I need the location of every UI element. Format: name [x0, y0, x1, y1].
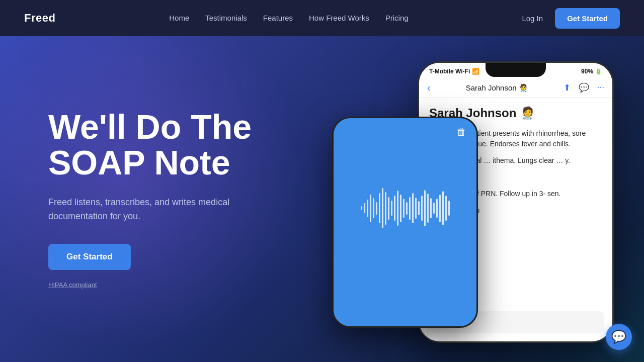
status-right: 90% 🔋: [581, 68, 602, 75]
wave-bar: [424, 190, 426, 226]
nav-login[interactable]: Log In: [522, 14, 543, 23]
wave-bar: [394, 196, 395, 221]
logo: Freed: [24, 12, 55, 25]
toolbar-title: Sarah Johnson 🧑‍⚕️: [466, 83, 528, 93]
wave-bar: [406, 202, 408, 215]
chat-icon[interactable]: 💬: [579, 82, 589, 93]
battery-level: 90%: [581, 68, 593, 75]
waveform: [361, 178, 450, 238]
wave-bar: [418, 201, 420, 215]
wave-bar: [379, 193, 380, 223]
wave-bar: [391, 201, 392, 216]
wave-bar: [397, 191, 398, 226]
wave-bar: [403, 199, 405, 218]
wave-bar: [439, 195, 441, 222]
navbar: Freed Home Testimonials Features How Fre…: [0, 0, 644, 36]
trash-icon[interactable]: 🗑: [456, 126, 466, 138]
wave-bar: [367, 200, 368, 217]
more-icon[interactable]: ···: [597, 82, 604, 93]
phones-container: T-Mobile Wi-Fi 📶 9:36 PM 90% 🔋 ‹ Sarah J…: [332, 51, 614, 353]
wave-bar: [427, 194, 429, 223]
waveform-container: [334, 138, 476, 279]
nav-get-started-button[interactable]: Get Started: [555, 8, 620, 29]
nav-how-freed-works[interactable]: How Freed Works: [309, 14, 369, 22]
wave-bar: [388, 197, 389, 220]
share-icon[interactable]: ⬆: [564, 82, 571, 93]
hero-title: We'll Do The SOAP Note: [48, 109, 252, 181]
wave-bar: [385, 192, 386, 225]
hero-section: We'll Do The SOAP Note Freed listens, tr…: [0, 36, 644, 362]
hero-content: We'll Do The SOAP Note Freed listens, tr…: [0, 109, 252, 289]
wifi-icon: 📶: [472, 68, 479, 75]
back-arrow-icon[interactable]: ‹: [427, 82, 431, 94]
wave-bar: [433, 203, 435, 214]
wave-bar: [376, 202, 377, 215]
phone-front: 🗑: [332, 117, 478, 328]
hipaa-link[interactable]: HIPAA compliant: [48, 281, 97, 289]
wave-bar: [370, 195, 371, 222]
toolbar-icons: ⬆ 💬 ···: [564, 82, 604, 93]
wave-bar: [445, 196, 447, 221]
nav-home[interactable]: Home: [169, 14, 189, 22]
battery-icon: 🔋: [595, 68, 602, 75]
carrier: T-Mobile Wi-Fi: [429, 68, 470, 75]
wave-bar: [361, 206, 362, 210]
nav-testimonials[interactable]: Testimonials: [205, 14, 247, 22]
wave-bar: [400, 195, 401, 222]
nav-right: Log In Get Started: [522, 8, 620, 29]
status-left: T-Mobile Wi-Fi 📶: [429, 68, 479, 75]
nav-links: Home Testimonials Features How Freed Wor…: [169, 14, 408, 23]
wave-bar: [415, 198, 417, 219]
wave-bar: [421, 196, 423, 221]
hero-get-started-button[interactable]: Get Started: [48, 244, 131, 270]
support-chat-icon: 💬: [611, 330, 626, 344]
wave-bar: [364, 203, 365, 213]
patient-emoji: 🧑‍⚕️: [520, 106, 535, 120]
nav-pricing[interactable]: Pricing: [385, 14, 409, 22]
hero-subtitle: Freed listens, transcribes, and writes m…: [48, 195, 250, 224]
wave-bar: [412, 193, 414, 223]
wave-bar: [373, 198, 374, 218]
wave-bar: [382, 188, 383, 228]
phone-front-header: 🗑: [334, 118, 476, 138]
wave-bar: [430, 198, 432, 218]
wave-bar: [448, 201, 450, 216]
phone-back-notch: [486, 63, 546, 77]
wave-bar: [409, 197, 411, 220]
phone-toolbar: ‹ Sarah Johnson 🧑‍⚕️ ⬆ 💬 ···: [419, 78, 612, 98]
nav-features[interactable]: Features: [263, 14, 293, 22]
wave-bar: [442, 191, 444, 225]
support-chat-button[interactable]: 💬: [606, 324, 632, 350]
wave-bar: [436, 199, 438, 218]
